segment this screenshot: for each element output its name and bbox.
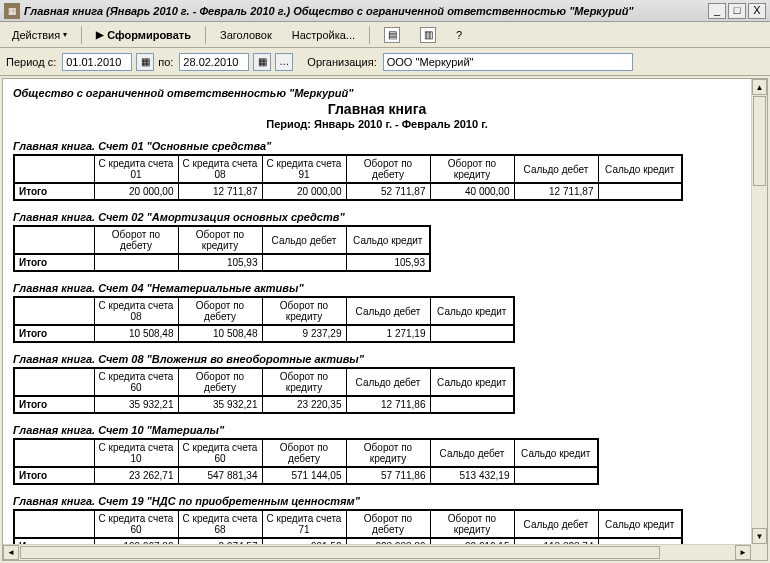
ledger-credit-bal — [598, 183, 682, 200]
report-header: Общество с ограниченной ответственностью… — [13, 87, 741, 130]
header-label: Заголовок — [220, 29, 272, 41]
ledger-debit-bal: 513 432,19 — [430, 467, 514, 484]
ledger-col-credit-turn: Оборот покредиту — [430, 510, 514, 538]
tool-button-1[interactable]: ▤ — [376, 24, 408, 46]
ledger-col-credit-bal: Сальдо кредит — [430, 368, 514, 396]
ledger-col-credit-from: С кредита счета60 — [94, 368, 178, 396]
ledger-col-credit-turn: Оборот покредиту — [262, 368, 346, 396]
ledger-table: С кредита счета60Оборот подебетуОборот п… — [13, 367, 515, 414]
ledger-section-title: Главная книга. Счет 19 "НДС по приобрете… — [13, 495, 741, 507]
ledger-col-debit-turn: Оборот подебету — [178, 368, 262, 396]
date-to-input[interactable] — [179, 53, 249, 71]
app-icon: ▦ — [4, 3, 20, 19]
toolbar-separator — [205, 26, 206, 44]
hscroll-track[interactable] — [19, 545, 735, 560]
scroll-right-button[interactable]: ► — [735, 545, 751, 560]
scroll-thumb[interactable] — [753, 96, 766, 186]
ledger-credit-val: 20 000,00 — [94, 183, 178, 200]
toolbar-separator — [369, 26, 370, 44]
date-from-calendar-button[interactable]: ▦ — [136, 53, 154, 71]
ledger-credit-val: 20 000,00 — [262, 183, 346, 200]
scroll-corner — [751, 544, 767, 560]
header-button[interactable]: Заголовок — [212, 26, 280, 44]
minimize-button[interactable]: _ — [708, 3, 726, 19]
ledger-section: Главная книга. Счет 10 "Материалы"С кред… — [13, 424, 741, 485]
ledger-section-title: Главная книга. Счет 08 "Вложения во внео… — [13, 353, 741, 365]
ledger-table: С кредита счета10С кредита счета60Оборот… — [13, 438, 599, 485]
hscroll-thumb[interactable] — [20, 546, 660, 559]
report-period: Период: Январь 2010 г. - Февраль 2010 г. — [13, 118, 741, 130]
vertical-scrollbar[interactable]: ▲ ▼ — [751, 79, 767, 544]
ledger-table: С кредита счета60С кредита счета68С кред… — [13, 509, 683, 544]
ledger-debit-turn: 10 508,48 — [178, 325, 262, 342]
page-icon: ▥ — [420, 27, 436, 43]
ledger-col-debit-turn: Оборот подебету — [178, 297, 262, 325]
ledger-col-credit-turn: Оборот покредиту — [178, 226, 262, 254]
ledger-col-blank — [14, 155, 94, 183]
chevron-down-icon: ▾ — [63, 30, 67, 39]
help-button[interactable]: ? — [448, 26, 470, 44]
ledger-col-debit-bal: Сальдо дебет — [430, 439, 514, 467]
ledger-section-title: Главная книга. Счет 02 "Амортизация осно… — [13, 211, 741, 223]
ledger-col-credit-bal: Сальдо кредит — [598, 155, 682, 183]
settings-label: Настройка... — [292, 29, 355, 41]
report-area: Общество с ограниченной ответственностью… — [2, 78, 768, 561]
param-bar: Период с: ▦ по: ▦ … Организация: — [0, 48, 770, 76]
ledger-col-credit-from: С кредита счета10 — [94, 439, 178, 467]
window-title: Главная книга (Январь 2010 г. - Февраль … — [24, 5, 706, 17]
ledger-section-title: Главная книга. Счет 01 "Основные средств… — [13, 140, 741, 152]
ledger-credit-val: 10 508,48 — [94, 325, 178, 342]
ledger-col-debit-turn: Оборот подебету — [94, 226, 178, 254]
ledger-credit-val: 23 262,71 — [94, 467, 178, 484]
scroll-up-button[interactable]: ▲ — [752, 79, 767, 95]
generate-button[interactable]: ▶ Сформировать — [88, 26, 199, 44]
ledger-col-credit-from: С кредита счета08 — [94, 297, 178, 325]
ledger-section: Главная книга. Счет 04 "Нематериальные а… — [13, 282, 741, 343]
date-to-calendar-button[interactable]: ▦ — [253, 53, 271, 71]
scroll-down-button[interactable]: ▼ — [752, 528, 767, 544]
ledger-col-credit-from: С кредита счета01 — [94, 155, 178, 183]
ledger-col-credit-bal: Сальдо кредит — [514, 439, 598, 467]
calendar-icon: ▦ — [258, 56, 267, 67]
ledger-col-credit-turn: Оборот покредиту — [262, 297, 346, 325]
close-button[interactable]: X — [748, 3, 766, 19]
report-scroll[interactable]: Общество с ограниченной ответственностью… — [3, 79, 751, 544]
toolbar-separator — [81, 26, 82, 44]
horizontal-scrollbar[interactable]: ◄ ► — [3, 544, 751, 560]
period-from-label: Период с: — [6, 56, 56, 68]
ledger-col-credit-bal: Сальдо кредит — [598, 510, 682, 538]
ledger-debit-turn: 35 932,21 — [178, 396, 262, 413]
ledger-col-credit-from: С кредита счета71 — [262, 510, 346, 538]
maximize-button[interactable]: □ — [728, 3, 746, 19]
actions-label: Действия — [12, 29, 60, 41]
tool-button-2[interactable]: ▥ — [412, 24, 444, 46]
date-from-input[interactable] — [62, 53, 132, 71]
scroll-left-button[interactable]: ◄ — [3, 545, 19, 560]
ledger-debit-turn: 571 144,05 — [262, 467, 346, 484]
settings-button[interactable]: Настройка... — [284, 26, 363, 44]
ledger-section: Главная книга. Счет 01 "Основные средств… — [13, 140, 741, 201]
ledger-credit-val: 547 881,34 — [178, 467, 262, 484]
ledger-credit-bal — [514, 467, 598, 484]
ledger-credit-val: 35 932,21 — [94, 396, 178, 413]
ledger-col-blank — [14, 368, 94, 396]
period-ellipsis-button[interactable]: … — [275, 53, 293, 71]
report-org: Общество с ограниченной ответственностью… — [13, 87, 741, 99]
ledger-table: С кредита счета08Оборот подебетуОборот п… — [13, 296, 515, 343]
report-title: Главная книга — [13, 101, 741, 117]
ledger-col-credit-bal: Сальдо кредит — [430, 297, 514, 325]
ledger-section-title: Главная книга. Счет 10 "Материалы" — [13, 424, 741, 436]
actions-menu[interactable]: Действия ▾ — [4, 26, 75, 44]
ledger-col-credit-from: С кредита счета68 — [178, 510, 262, 538]
ledger-col-blank — [14, 297, 94, 325]
ledger-credit-turn: 23 220,35 — [262, 396, 346, 413]
ledger-section: Главная книга. Счет 02 "Амортизация осно… — [13, 211, 741, 272]
ledger-credit-bal — [430, 325, 514, 342]
org-input[interactable] — [383, 53, 633, 71]
ledger-credit-turn: 40 000,00 — [430, 183, 514, 200]
ledger-debit-bal: 12 711,87 — [514, 183, 598, 200]
calendar-icon: ▦ — [141, 56, 150, 67]
titlebar: ▦ Главная книга (Январь 2010 г. - Феврал… — [0, 0, 770, 22]
ledger-credit-bal: 105,93 — [346, 254, 430, 271]
ledger-col-credit-bal: Сальдо кредит — [346, 226, 430, 254]
